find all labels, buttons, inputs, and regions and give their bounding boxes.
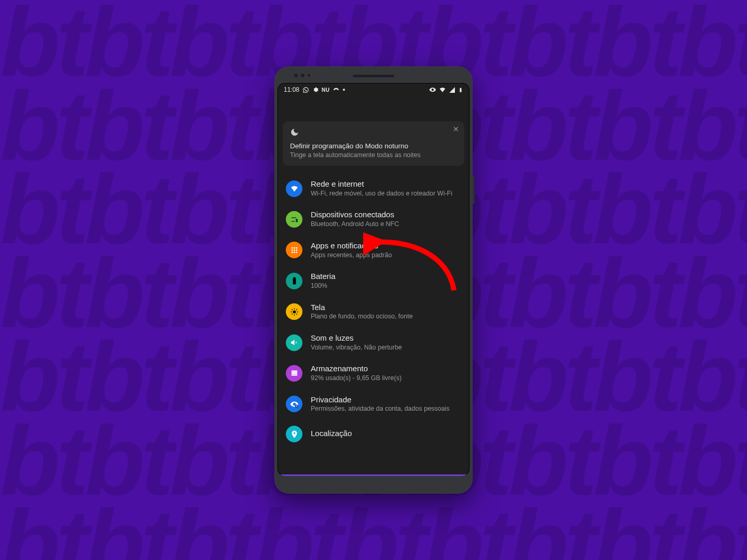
item-location[interactable]: Localização: [278, 419, 469, 444]
item-sound[interactable]: Som e luzes Volume, vibração, Não pertur…: [278, 327, 469, 358]
item-subtitle: Bluetooth, Android Auto e NFC: [311, 220, 399, 229]
eye-icon: [429, 86, 436, 93]
nu-indicator: NU: [322, 87, 329, 93]
svg-point-3: [291, 249, 293, 251]
item-title: Bateria: [311, 272, 336, 282]
signal-icon: [449, 87, 455, 93]
svg-point-8: [296, 251, 297, 253]
item-subtitle: Wi-Fi, rede móvel, uso de dados e rotead…: [311, 190, 452, 198]
item-display[interactable]: Tela Plano de fundo, modo ocioso, fonte: [278, 297, 469, 327]
status-time: 11:08: [284, 86, 299, 93]
storage-icon: [286, 365, 302, 382]
moon-icon: [290, 128, 299, 137]
nav-bar-accent: [278, 474, 469, 476]
svg-point-6: [291, 251, 293, 253]
search-area: [278, 96, 469, 117]
svg-rect-11: [291, 373, 297, 374]
carrier-icon: [333, 86, 340, 93]
item-storage[interactable]: Armazenamento 92% usado(s) - 9,65 GB liv…: [278, 358, 469, 388]
settings-list: Rede e internet Wi-Fi, rede móvel, uso d…: [278, 171, 469, 446]
item-subtitle: Permissões, atividade da conta, dados pe…: [311, 405, 450, 413]
item-apps[interactable]: Apps e notificações Apps recentes, apps …: [278, 235, 469, 265]
wifi-icon: [439, 86, 446, 93]
phone-screen: 11:08 NU ✕ Definir p: [278, 83, 469, 476]
battery-icon: [458, 86, 463, 94]
item-title: Apps e notificações: [311, 241, 392, 251]
item-subtitle: Volume, vibração, Não perturbe: [311, 344, 402, 352]
svg-point-7: [294, 251, 295, 253]
item-title: Som e luzes: [311, 333, 402, 343]
night-mode-subtitle: Tinge a tela automaticamente todas as no…: [290, 151, 457, 159]
item-title: Tela: [311, 303, 413, 313]
item-title: Rede e internet: [311, 179, 452, 189]
privacy-icon: [286, 396, 302, 412]
item-subtitle: 92% usado(s) - 9,65 GB livre(s): [311, 374, 402, 383]
svg-point-9: [293, 310, 296, 313]
svg-rect-14: [296, 405, 297, 407]
whatsapp-icon: [302, 87, 309, 93]
close-icon[interactable]: ✕: [453, 125, 459, 133]
svg-point-1: [294, 247, 295, 249]
apps-icon: [286, 242, 302, 258]
item-network[interactable]: Rede e internet Wi-Fi, rede móvel, uso d…: [278, 173, 469, 204]
item-title: Privacidade: [311, 395, 450, 405]
item-title: Localização: [311, 429, 352, 439]
item-battery[interactable]: Bateria 100%: [278, 265, 469, 296]
item-privacy[interactable]: Privacidade Permissões, atividade da con…: [278, 389, 469, 419]
item-title: Armazenamento: [311, 364, 402, 374]
item-subtitle: Plano de fundo, modo ocioso, fonte: [311, 313, 413, 321]
phone-frame: 11:08 NU ✕ Definir p: [274, 66, 473, 494]
svg-point-2: [296, 247, 297, 249]
night-mode-title: Definir programação do Modo noturno: [290, 142, 457, 150]
svg-point-0: [291, 247, 293, 249]
svg-rect-10: [291, 371, 297, 372]
settings-small-icon: [312, 87, 319, 93]
wifi-round-icon: [286, 180, 302, 197]
item-devices[interactable]: Dispositivos conectados Bluetooth, Andro…: [278, 204, 469, 234]
brightness-icon: [286, 303, 302, 320]
dot-icon: [343, 89, 345, 91]
item-subtitle: 100%: [311, 282, 336, 290]
battery-round-icon: [286, 273, 302, 289]
item-title: Dispositivos conectados: [311, 210, 399, 220]
svg-rect-12: [291, 374, 297, 376]
svg-point-5: [296, 249, 297, 251]
location-icon: [286, 426, 302, 442]
night-mode-card[interactable]: ✕ Definir programação do Modo noturno Ti…: [283, 121, 464, 166]
sound-icon: [286, 334, 302, 351]
devices-icon: [286, 211, 302, 228]
svg-point-4: [294, 249, 295, 251]
item-subtitle: Apps recentes, apps padrão: [311, 251, 392, 260]
status-bar: 11:08 NU: [278, 83, 469, 96]
